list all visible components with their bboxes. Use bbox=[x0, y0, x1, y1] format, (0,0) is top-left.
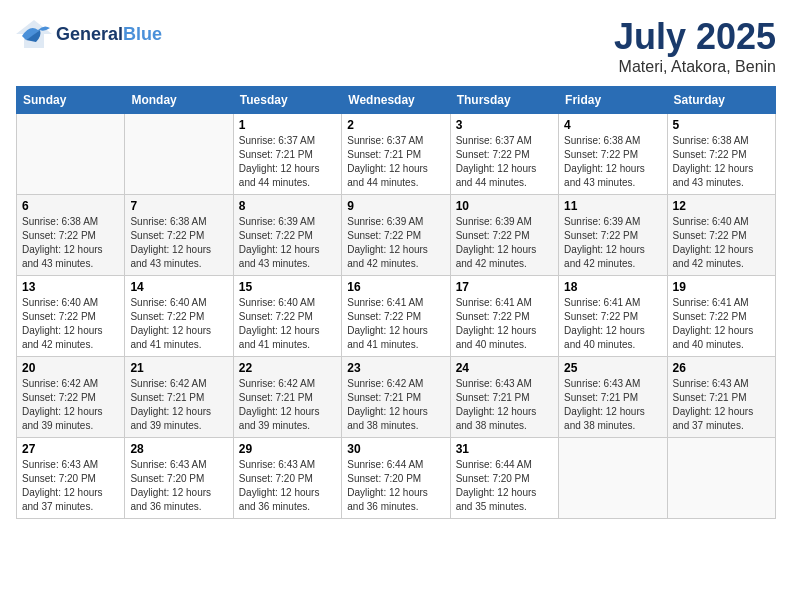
day-number: 20 bbox=[22, 361, 119, 375]
calendar-cell: 9Sunrise: 6:39 AM Sunset: 7:22 PM Daylig… bbox=[342, 195, 450, 276]
calendar-cell: 11Sunrise: 6:39 AM Sunset: 7:22 PM Dayli… bbox=[559, 195, 667, 276]
day-detail: Sunrise: 6:44 AM Sunset: 7:20 PM Dayligh… bbox=[456, 458, 553, 514]
calendar-cell: 14Sunrise: 6:40 AM Sunset: 7:22 PM Dayli… bbox=[125, 276, 233, 357]
day-detail: Sunrise: 6:40 AM Sunset: 7:22 PM Dayligh… bbox=[673, 215, 770, 271]
calendar-cell: 8Sunrise: 6:39 AM Sunset: 7:22 PM Daylig… bbox=[233, 195, 341, 276]
calendar-cell: 28Sunrise: 6:43 AM Sunset: 7:20 PM Dayli… bbox=[125, 438, 233, 519]
calendar-cell: 16Sunrise: 6:41 AM Sunset: 7:22 PM Dayli… bbox=[342, 276, 450, 357]
location: Materi, Atakora, Benin bbox=[614, 58, 776, 76]
calendar-cell: 24Sunrise: 6:43 AM Sunset: 7:21 PM Dayli… bbox=[450, 357, 558, 438]
day-detail: Sunrise: 6:40 AM Sunset: 7:22 PM Dayligh… bbox=[130, 296, 227, 352]
calendar-week-row: 20Sunrise: 6:42 AM Sunset: 7:22 PM Dayli… bbox=[17, 357, 776, 438]
weekday-header-row: SundayMondayTuesdayWednesdayThursdayFrid… bbox=[17, 87, 776, 114]
calendar-cell: 26Sunrise: 6:43 AM Sunset: 7:21 PM Dayli… bbox=[667, 357, 775, 438]
weekday-header: Saturday bbox=[667, 87, 775, 114]
logo-general-text: General bbox=[56, 24, 123, 44]
day-detail: Sunrise: 6:38 AM Sunset: 7:22 PM Dayligh… bbox=[130, 215, 227, 271]
day-number: 28 bbox=[130, 442, 227, 456]
calendar-cell: 18Sunrise: 6:41 AM Sunset: 7:22 PM Dayli… bbox=[559, 276, 667, 357]
weekday-header: Tuesday bbox=[233, 87, 341, 114]
calendar-cell bbox=[125, 114, 233, 195]
weekday-header: Wednesday bbox=[342, 87, 450, 114]
calendar-cell: 4Sunrise: 6:38 AM Sunset: 7:22 PM Daylig… bbox=[559, 114, 667, 195]
calendar-cell: 27Sunrise: 6:43 AM Sunset: 7:20 PM Dayli… bbox=[17, 438, 125, 519]
day-number: 31 bbox=[456, 442, 553, 456]
day-number: 12 bbox=[673, 199, 770, 213]
day-detail: Sunrise: 6:38 AM Sunset: 7:22 PM Dayligh… bbox=[22, 215, 119, 271]
calendar-cell: 6Sunrise: 6:38 AM Sunset: 7:22 PM Daylig… bbox=[17, 195, 125, 276]
day-number: 3 bbox=[456, 118, 553, 132]
day-number: 11 bbox=[564, 199, 661, 213]
calendar-cell bbox=[559, 438, 667, 519]
day-number: 19 bbox=[673, 280, 770, 294]
calendar-cell: 13Sunrise: 6:40 AM Sunset: 7:22 PM Dayli… bbox=[17, 276, 125, 357]
logo-blue-text: Blue bbox=[123, 24, 162, 44]
calendar-week-row: 1Sunrise: 6:37 AM Sunset: 7:21 PM Daylig… bbox=[17, 114, 776, 195]
day-detail: Sunrise: 6:41 AM Sunset: 7:22 PM Dayligh… bbox=[673, 296, 770, 352]
logo: GeneralBlue bbox=[16, 16, 162, 52]
day-number: 25 bbox=[564, 361, 661, 375]
day-detail: Sunrise: 6:39 AM Sunset: 7:22 PM Dayligh… bbox=[456, 215, 553, 271]
day-detail: Sunrise: 6:41 AM Sunset: 7:22 PM Dayligh… bbox=[456, 296, 553, 352]
calendar-cell: 21Sunrise: 6:42 AM Sunset: 7:21 PM Dayli… bbox=[125, 357, 233, 438]
calendar-cell: 10Sunrise: 6:39 AM Sunset: 7:22 PM Dayli… bbox=[450, 195, 558, 276]
day-number: 10 bbox=[456, 199, 553, 213]
calendar-cell bbox=[17, 114, 125, 195]
month-title: July 2025 bbox=[614, 16, 776, 58]
calendar-cell: 20Sunrise: 6:42 AM Sunset: 7:22 PM Dayli… bbox=[17, 357, 125, 438]
day-number: 15 bbox=[239, 280, 336, 294]
calendar-cell bbox=[667, 438, 775, 519]
day-detail: Sunrise: 6:43 AM Sunset: 7:21 PM Dayligh… bbox=[673, 377, 770, 433]
day-number: 18 bbox=[564, 280, 661, 294]
calendar-cell: 5Sunrise: 6:38 AM Sunset: 7:22 PM Daylig… bbox=[667, 114, 775, 195]
day-number: 24 bbox=[456, 361, 553, 375]
title-block: July 2025 Materi, Atakora, Benin bbox=[614, 16, 776, 76]
day-detail: Sunrise: 6:39 AM Sunset: 7:22 PM Dayligh… bbox=[347, 215, 444, 271]
day-number: 21 bbox=[130, 361, 227, 375]
day-detail: Sunrise: 6:38 AM Sunset: 7:22 PM Dayligh… bbox=[564, 134, 661, 190]
day-number: 27 bbox=[22, 442, 119, 456]
page-header: GeneralBlue July 2025 Materi, Atakora, B… bbox=[16, 16, 776, 76]
day-number: 5 bbox=[673, 118, 770, 132]
day-number: 30 bbox=[347, 442, 444, 456]
calendar-week-row: 6Sunrise: 6:38 AM Sunset: 7:22 PM Daylig… bbox=[17, 195, 776, 276]
calendar-cell: 19Sunrise: 6:41 AM Sunset: 7:22 PM Dayli… bbox=[667, 276, 775, 357]
calendar-cell: 31Sunrise: 6:44 AM Sunset: 7:20 PM Dayli… bbox=[450, 438, 558, 519]
calendar-cell: 3Sunrise: 6:37 AM Sunset: 7:22 PM Daylig… bbox=[450, 114, 558, 195]
calendar-cell: 23Sunrise: 6:42 AM Sunset: 7:21 PM Dayli… bbox=[342, 357, 450, 438]
logo-icon bbox=[16, 16, 52, 52]
calendar-cell: 15Sunrise: 6:40 AM Sunset: 7:22 PM Dayli… bbox=[233, 276, 341, 357]
day-detail: Sunrise: 6:37 AM Sunset: 7:22 PM Dayligh… bbox=[456, 134, 553, 190]
day-detail: Sunrise: 6:41 AM Sunset: 7:22 PM Dayligh… bbox=[564, 296, 661, 352]
day-detail: Sunrise: 6:43 AM Sunset: 7:20 PM Dayligh… bbox=[239, 458, 336, 514]
day-detail: Sunrise: 6:42 AM Sunset: 7:21 PM Dayligh… bbox=[239, 377, 336, 433]
day-detail: Sunrise: 6:39 AM Sunset: 7:22 PM Dayligh… bbox=[564, 215, 661, 271]
calendar-cell: 22Sunrise: 6:42 AM Sunset: 7:21 PM Dayli… bbox=[233, 357, 341, 438]
calendar-cell: 1Sunrise: 6:37 AM Sunset: 7:21 PM Daylig… bbox=[233, 114, 341, 195]
day-number: 6 bbox=[22, 199, 119, 213]
day-detail: Sunrise: 6:37 AM Sunset: 7:21 PM Dayligh… bbox=[347, 134, 444, 190]
day-detail: Sunrise: 6:38 AM Sunset: 7:22 PM Dayligh… bbox=[673, 134, 770, 190]
day-number: 7 bbox=[130, 199, 227, 213]
calendar-cell: 30Sunrise: 6:44 AM Sunset: 7:20 PM Dayli… bbox=[342, 438, 450, 519]
calendar-cell: 29Sunrise: 6:43 AM Sunset: 7:20 PM Dayli… bbox=[233, 438, 341, 519]
day-detail: Sunrise: 6:43 AM Sunset: 7:21 PM Dayligh… bbox=[564, 377, 661, 433]
day-detail: Sunrise: 6:42 AM Sunset: 7:21 PM Dayligh… bbox=[130, 377, 227, 433]
day-detail: Sunrise: 6:41 AM Sunset: 7:22 PM Dayligh… bbox=[347, 296, 444, 352]
calendar-cell: 2Sunrise: 6:37 AM Sunset: 7:21 PM Daylig… bbox=[342, 114, 450, 195]
calendar-cell: 12Sunrise: 6:40 AM Sunset: 7:22 PM Dayli… bbox=[667, 195, 775, 276]
weekday-header: Thursday bbox=[450, 87, 558, 114]
day-number: 22 bbox=[239, 361, 336, 375]
calendar-week-row: 13Sunrise: 6:40 AM Sunset: 7:22 PM Dayli… bbox=[17, 276, 776, 357]
day-detail: Sunrise: 6:42 AM Sunset: 7:22 PM Dayligh… bbox=[22, 377, 119, 433]
day-number: 14 bbox=[130, 280, 227, 294]
weekday-header: Sunday bbox=[17, 87, 125, 114]
day-number: 26 bbox=[673, 361, 770, 375]
calendar-cell: 7Sunrise: 6:38 AM Sunset: 7:22 PM Daylig… bbox=[125, 195, 233, 276]
day-number: 16 bbox=[347, 280, 444, 294]
calendar-week-row: 27Sunrise: 6:43 AM Sunset: 7:20 PM Dayli… bbox=[17, 438, 776, 519]
weekday-header: Friday bbox=[559, 87, 667, 114]
day-number: 17 bbox=[456, 280, 553, 294]
day-detail: Sunrise: 6:39 AM Sunset: 7:22 PM Dayligh… bbox=[239, 215, 336, 271]
day-detail: Sunrise: 6:43 AM Sunset: 7:20 PM Dayligh… bbox=[130, 458, 227, 514]
